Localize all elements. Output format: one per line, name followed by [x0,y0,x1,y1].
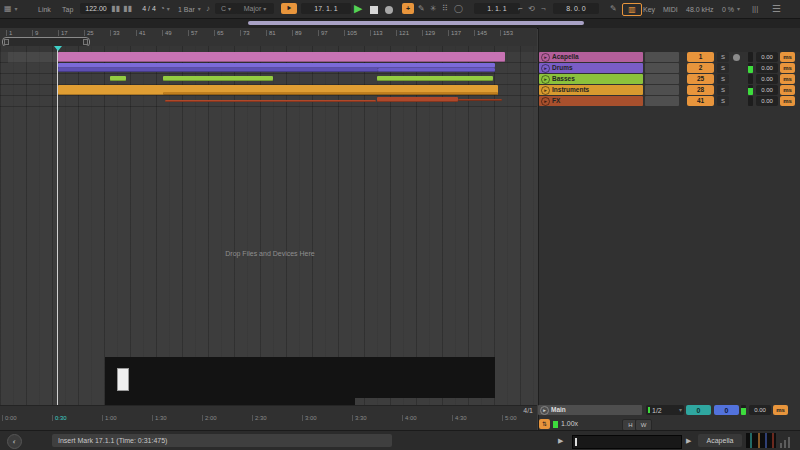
session-grid-icon[interactable]: ⠿ [442,4,448,14]
beat-time-ruler[interactable]: 1917253341495765738189971051131211291371… [0,28,537,47]
arrangement-clip[interactable] [458,99,502,101]
info-icon[interactable]: ◐ [7,434,22,449]
loop-icon[interactable]: ⟲ [528,4,535,14]
scale-name-select[interactable]: Major▾ [236,3,274,14]
scale-icon[interactable]: ♪ [206,4,210,14]
arrangement-clip[interactable] [377,76,493,81]
delay-unit-button[interactable]: ms [780,63,795,73]
group-fold-icon[interactable]: ▸ [541,75,550,84]
solo-button[interactable]: S [717,52,729,62]
track-delay-field[interactable]: 0.00 [756,52,778,62]
nudge-down-icon[interactable]: ▮▮ [111,4,120,14]
loop-start-field[interactable]: 1. 1. 1 [474,3,520,14]
main-delay-unit-button[interactable]: ms [773,405,788,415]
midi-assignment-badge[interactable]: 2 [687,63,714,73]
sample-rate-label: 48.0 kHz [686,4,714,14]
nudge-up-icon[interactable]: ▮▮ [123,4,132,14]
midi-assignment-badge[interactable]: 1 [687,52,714,62]
pan-knob[interactable]: 0 [686,405,711,415]
punch-in-icon[interactable]: ⌐ [518,4,523,14]
arrangement-position-field[interactable]: 17. 1. 1 [301,3,351,14]
main-track-name[interactable]: ▸ Main [538,405,642,415]
midi-assignment-badge[interactable]: 25 [687,74,714,84]
cpu-load-field[interactable]: 0 %▾ [722,4,740,14]
tap-tempo-button[interactable]: Tap [62,4,73,14]
overview-viewport[interactable] [248,21,584,25]
arrangement-clip[interactable] [58,68,378,72]
link-button[interactable]: Link [38,4,51,14]
insert-marker-flag[interactable] [54,46,62,51]
clip-chooser[interactable]: Acapella [698,434,742,447]
main-delay-field[interactable]: 0.00 [749,405,771,415]
bar-number-label: 97 [318,30,328,36]
midi-map-button[interactable]: MIDI [663,4,678,14]
group-fold-icon[interactable]: ▸ [541,86,550,95]
tempo-field[interactable]: 122.00 [80,3,112,14]
track-name-strip[interactable]: ▸Drums [539,63,643,73]
fold-icon[interactable]: ▸ [540,406,549,415]
track-name-strip[interactable]: ▸FX [539,96,643,106]
draw-mode-icon[interactable]: ✎ [610,4,617,14]
delay-unit-button[interactable]: ms [780,96,795,106]
arrangement-area[interactable]: Drop Files and Devices Here [0,46,537,405]
arrangement-clip[interactable] [378,68,495,72]
clip-name-label: Acapella [707,437,734,444]
track-delay-field[interactable]: 0.00 [756,85,778,95]
overdub-plus-icon[interactable]: + [402,3,414,14]
bar-number-label: 81 [266,30,276,36]
waveform-thumbnail[interactable] [746,433,776,448]
delay-unit-button[interactable]: ms [780,74,795,84]
options-grid-icon[interactable]: ▦▾ [4,4,18,14]
arrangement-clip[interactable] [110,76,126,81]
midi-assignment-badge[interactable]: 41 [687,96,714,106]
punch-out-icon[interactable]: ¬ [541,4,546,14]
capture-midi-icon[interactable]: ✳ [430,4,437,14]
delay-unit-button[interactable]: ms [780,85,795,95]
arrangement-clip[interactable] [58,52,505,62]
preview-play-icon[interactable]: ▶ [558,437,563,444]
delay-unit-button[interactable]: ms [780,52,795,62]
track-delay-field[interactable]: 0.00 [756,63,778,73]
solo-button[interactable]: S [717,85,729,95]
solo-button[interactable]: S [717,63,729,73]
time-ruler[interactable]: 0:000:301:001:302:002:303:003:304:004:30… [0,405,537,431]
key-map-button[interactable]: Key [643,4,655,14]
volume-field[interactable]: 0 [714,405,739,415]
sample-strip[interactable] [572,435,682,449]
session-record-icon[interactable]: ◯ [454,4,463,14]
clip-play-icon[interactable]: ▶ [686,437,691,444]
arrangement-clip[interactable] [377,97,458,102]
play-icon[interactable]: ▶ [354,3,362,13]
automation-arm-icon[interactable]: ✎ [418,4,425,14]
solo-button[interactable]: S [717,74,729,84]
stop-icon[interactable] [370,5,378,15]
output-chooser[interactable]: 1/2 ▾ [646,405,684,415]
track-name-strip[interactable]: ▸Basses [539,74,643,84]
arrangement-clip[interactable] [163,76,273,81]
solo-button[interactable]: S [717,96,729,106]
arm-button[interactable] [733,54,740,61]
time-label: 4:30 [452,415,467,421]
arrangement-clip[interactable] [165,100,376,102]
time-signature-field[interactable]: 4 / 4 [136,3,162,14]
bar-number-label: 145 [474,30,487,36]
arrangement-clip[interactable] [163,92,498,95]
group-fold-icon[interactable]: ▸ [541,97,550,106]
follow-button[interactable]: ⯈ [281,3,297,14]
follow-speed-icon[interactable]: ⇅ [539,419,550,429]
record-icon[interactable] [385,5,393,15]
loop-length-field[interactable]: 8. 0. 0 [553,3,599,14]
scale-root-select[interactable]: C▾ [215,3,237,14]
track-name-strip[interactable]: ▸Instruments [539,85,643,95]
computer-midi-keyboard-icon[interactable]: ▥ [622,3,642,16]
metronome-icon[interactable]: ◔▾ [160,4,170,14]
group-fold-icon[interactable]: ▸ [541,64,550,73]
track-delay-field[interactable]: 0.00 [756,96,778,106]
track-delay-field[interactable]: 0.00 [756,74,778,84]
strip-cursor [575,438,577,446]
group-fold-icon[interactable]: ▸ [541,53,550,62]
midi-assignment-badge[interactable]: 28 [687,85,714,95]
playback-speed-label[interactable]: 1.00x [561,420,578,427]
quantize-menu[interactable]: 1 Bar▾ [178,4,201,14]
track-name-strip[interactable]: ▸Acapella [539,52,643,62]
